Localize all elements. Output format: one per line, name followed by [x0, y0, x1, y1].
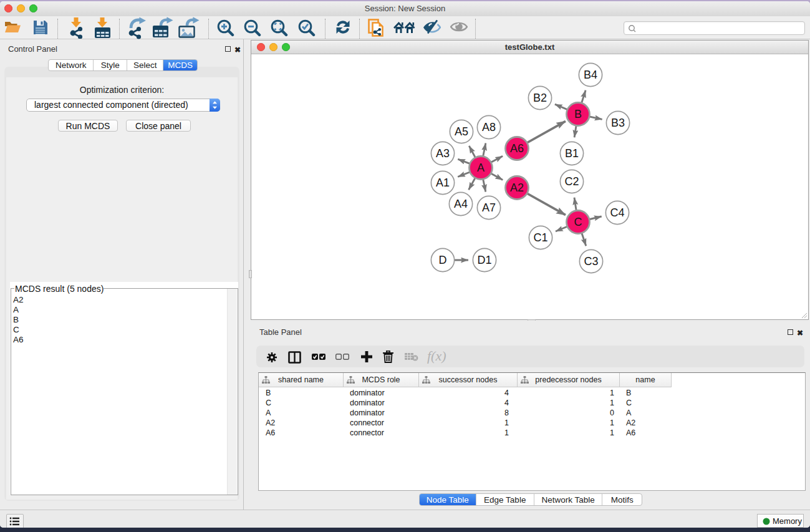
svg-text:B2: B2: [533, 92, 547, 104]
svg-text:A6: A6: [510, 142, 524, 155]
svg-text:C2: C2: [564, 175, 579, 188]
svg-text:A1: A1: [436, 177, 450, 189]
svg-text:A8: A8: [482, 121, 496, 133]
svg-text:C1: C1: [533, 231, 547, 244]
svg-text:A7: A7: [482, 201, 496, 214]
svg-text:B4: B4: [584, 69, 597, 81]
svg-text:B1: B1: [565, 147, 579, 160]
svg-text:A4: A4: [454, 198, 468, 210]
svg-text:D1: D1: [477, 254, 491, 266]
svg-text:C4: C4: [610, 206, 624, 219]
svg-text:A5: A5: [455, 125, 468, 138]
svg-text:C: C: [574, 216, 582, 228]
svg-text:B: B: [574, 108, 582, 120]
svg-text:A: A: [477, 162, 485, 174]
svg-text:D: D: [439, 254, 447, 266]
svg-text:A2: A2: [510, 181, 524, 194]
svg-text:A3: A3: [436, 147, 450, 160]
svg-text:B3: B3: [611, 117, 625, 129]
svg-text:C3: C3: [584, 255, 598, 268]
